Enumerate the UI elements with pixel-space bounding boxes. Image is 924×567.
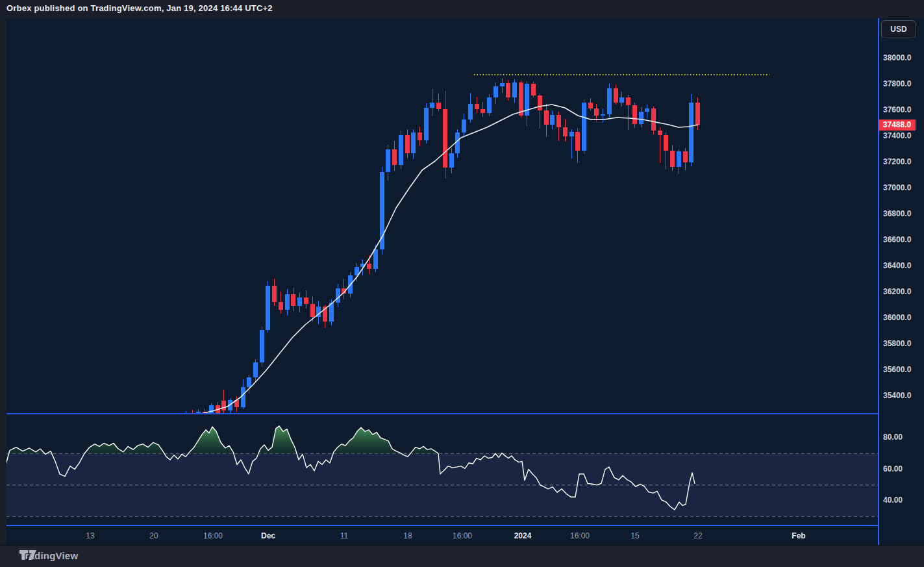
time-tick-label: 11 bbox=[340, 531, 348, 540]
chart-svg[interactable] bbox=[0, 0, 924, 567]
time-tick-label: 15 bbox=[631, 531, 639, 540]
moving-average-line bbox=[201, 105, 698, 414]
indicator-tick-label: 60.00 bbox=[883, 464, 903, 473]
price-tick-label: 37000.0 bbox=[883, 183, 911, 192]
price-tick-label: 38000.0 bbox=[883, 53, 911, 62]
time-axis[interactable]: 132016:00Dec111816:00202416:001522Feb bbox=[6, 527, 878, 545]
time-tick-label: 13 bbox=[86, 531, 94, 540]
candlestick-series[interactable] bbox=[184, 79, 700, 426]
footer-bar: TradingView bbox=[0, 546, 924, 567]
price-tick-label: 37400.0 bbox=[883, 131, 911, 140]
indicator-tick-label: 40.00 bbox=[883, 496, 903, 505]
rsi-overbought-fill bbox=[3, 426, 695, 453]
indicator-tick-label: 80.00 bbox=[883, 433, 903, 442]
price-tick-label: 35800.0 bbox=[883, 339, 911, 348]
price-tick-label: 36000.0 bbox=[883, 313, 911, 322]
price-tick-label: 35600.0 bbox=[883, 365, 911, 374]
rsi-pane[interactable] bbox=[3, 426, 878, 516]
tradingview-published-chart: { "header": { "title": "Orbex published … bbox=[0, 0, 924, 567]
time-tick-label: Feb bbox=[792, 531, 805, 540]
price-tick-label: 35400.0 bbox=[883, 391, 911, 400]
price-tick-label: 36600.0 bbox=[883, 235, 911, 244]
price-tick-label: 36200.0 bbox=[883, 287, 911, 296]
time-tick-label: 16:00 bbox=[570, 531, 590, 540]
chart-canvas[interactable] bbox=[0, 0, 924, 567]
time-tick-label: 22 bbox=[693, 531, 702, 540]
time-tick-label: 18 bbox=[403, 531, 412, 540]
currency-toggle-button[interactable]: USD bbox=[881, 20, 916, 38]
tradingview-logo-icon bbox=[19, 550, 36, 560]
price-tick-label: 37200.0 bbox=[883, 157, 911, 166]
time-tick-label: Dec bbox=[261, 531, 275, 540]
price-tick-label: 36800.0 bbox=[883, 209, 911, 218]
price-axis-separator bbox=[878, 18, 879, 545]
price-tick-label: 37800.0 bbox=[883, 79, 911, 88]
time-tick-label: 16:00 bbox=[203, 531, 223, 540]
indicator-bottom-separator bbox=[6, 525, 878, 526]
pane-separator[interactable] bbox=[6, 413, 878, 414]
time-tick-label: 2024 bbox=[514, 531, 532, 540]
time-tick-label: 20 bbox=[149, 531, 158, 540]
tradingview-logo-link[interactable]: TradingView bbox=[19, 550, 78, 561]
time-tick-label: 16:00 bbox=[453, 531, 472, 540]
price-tick-label: 37600.0 bbox=[883, 105, 911, 114]
last-price-badge: 37488.0 bbox=[879, 120, 916, 131]
price-tick-label: 36400.0 bbox=[883, 261, 911, 270]
